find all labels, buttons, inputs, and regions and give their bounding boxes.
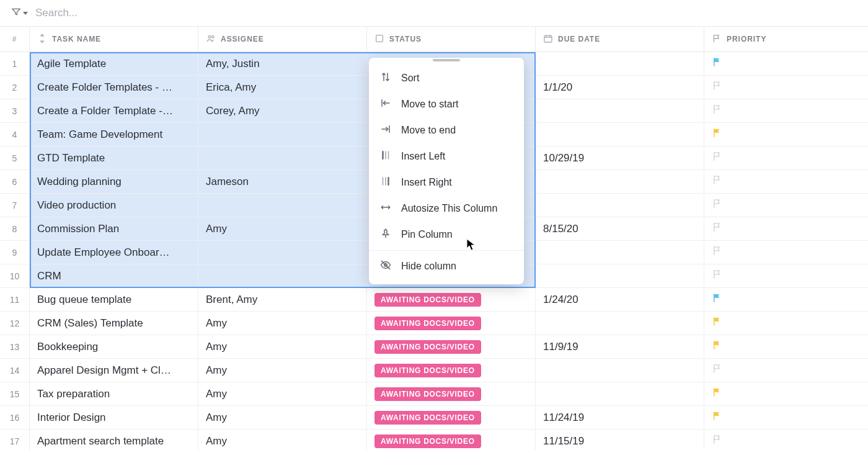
col-header-priority[interactable]: PRIORITY bbox=[704, 27, 868, 52]
priority-cell[interactable] bbox=[704, 170, 868, 193]
task-name-cell[interactable]: Create a Folder Template -… bbox=[30, 99, 198, 122]
due-date-cell[interactable]: 10/29/19 bbox=[536, 146, 704, 169]
priority-cell[interactable] bbox=[704, 99, 868, 122]
table-row[interactable]: 14Apparel Design Mgmt + Cl…AmyAWAITING D… bbox=[0, 359, 868, 382]
status-cell[interactable]: AWAITING DOCS/VIDEO bbox=[367, 430, 536, 450]
status-cell[interactable]: AWAITING DOCS/VIDEO bbox=[367, 312, 536, 335]
assignee-cell[interactable]: Amy bbox=[198, 406, 367, 429]
priority-cell[interactable] bbox=[704, 312, 868, 335]
due-date-cell[interactable]: 1/1/20 bbox=[536, 76, 704, 99]
assignee-cell[interactable] bbox=[198, 194, 367, 217]
assignee-cell[interactable]: Corey, Amy bbox=[198, 99, 367, 122]
priority-cell[interactable] bbox=[704, 288, 868, 311]
assignee-cell[interactable]: Amy bbox=[198, 430, 367, 450]
due-date-cell[interactable] bbox=[536, 123, 704, 146]
due-date-cell[interactable] bbox=[536, 194, 704, 217]
task-name-cell[interactable]: Update Employee Onboar… bbox=[30, 241, 198, 264]
status-badge[interactable]: AWAITING DOCS/VIDEO bbox=[374, 340, 481, 354]
task-name-cell[interactable]: Create Folder Templates - … bbox=[30, 76, 198, 99]
col-header-assignee[interactable]: ASSIGNEE bbox=[198, 27, 367, 52]
status-badge[interactable]: AWAITING DOCS/VIDEO bbox=[374, 317, 481, 330]
col-header-task[interactable]: TASK NAME bbox=[30, 27, 198, 52]
due-date-cell[interactable]: 11/24/19 bbox=[536, 406, 704, 429]
search-input[interactable] bbox=[35, 7, 857, 19]
priority-cell[interactable] bbox=[704, 76, 868, 99]
due-date-cell[interactable]: 1/24/20 bbox=[536, 288, 704, 311]
assignee-cell[interactable] bbox=[198, 264, 367, 287]
priority-cell[interactable] bbox=[704, 52, 868, 75]
status-cell[interactable]: AWAITING DOCS/VIDEO bbox=[367, 382, 536, 405]
priority-cell[interactable] bbox=[704, 406, 868, 429]
assignee-cell[interactable]: Amy bbox=[198, 359, 367, 382]
due-date-cell[interactable]: 8/15/20 bbox=[536, 217, 704, 240]
priority-cell[interactable] bbox=[704, 335, 868, 358]
due-date-cell[interactable]: 11/15/19 bbox=[536, 430, 704, 450]
priority-cell[interactable] bbox=[704, 194, 868, 217]
menu-item-pin[interactable]: Pin Column bbox=[369, 222, 524, 248]
priority-cell[interactable] bbox=[704, 382, 868, 405]
due-date-cell[interactable] bbox=[536, 264, 704, 287]
task-name-cell[interactable]: Team: Game Development bbox=[30, 123, 198, 146]
priority-cell[interactable] bbox=[704, 146, 868, 169]
due-date-cell[interactable] bbox=[536, 52, 704, 75]
table-row[interactable]: 11Bug queue templateBrent, AmyAWAITING D… bbox=[0, 288, 868, 312]
assignee-cell[interactable] bbox=[198, 241, 367, 264]
table-row[interactable]: 17Apartment search templateAmyAWAITING D… bbox=[0, 430, 868, 450]
menu-item-insert-left[interactable]: Insert Left bbox=[369, 143, 524, 169]
status-badge[interactable]: AWAITING DOCS/VIDEO bbox=[374, 364, 481, 377]
due-date-cell[interactable] bbox=[536, 312, 704, 335]
status-badge[interactable]: AWAITING DOCS/VIDEO bbox=[374, 387, 481, 401]
table-row[interactable]: 16Interior DesignAmyAWAITING DOCS/VIDEO1… bbox=[0, 406, 868, 430]
status-cell[interactable]: AWAITING DOCS/VIDEO bbox=[367, 359, 536, 382]
status-badge[interactable]: AWAITING DOCS/VIDEO bbox=[374, 434, 481, 448]
due-date-cell[interactable] bbox=[536, 382, 704, 405]
assignee-cell[interactable]: Amy bbox=[198, 217, 367, 240]
table-row[interactable]: 15Tax preparationAmyAWAITING DOCS/VIDEO bbox=[0, 382, 868, 406]
priority-cell[interactable] bbox=[704, 123, 868, 146]
due-date-cell[interactable] bbox=[536, 170, 704, 193]
status-cell[interactable]: AWAITING DOCS/VIDEO bbox=[367, 288, 536, 311]
assignee-cell[interactable]: Amy, Justin bbox=[198, 52, 367, 75]
assignee-cell[interactable]: Amy bbox=[198, 335, 367, 358]
assignee-cell[interactable]: Erica, Amy bbox=[198, 76, 367, 99]
status-cell[interactable]: AWAITING DOCS/VIDEO bbox=[367, 335, 536, 358]
task-name-cell[interactable]: CRM bbox=[30, 264, 198, 287]
task-name-cell[interactable]: Video production bbox=[30, 194, 198, 217]
due-date-cell[interactable]: 11/9/19 bbox=[536, 335, 704, 358]
priority-cell[interactable] bbox=[704, 241, 868, 264]
task-name-cell[interactable]: Bug queue template bbox=[30, 288, 198, 311]
assignee-cell[interactable] bbox=[198, 123, 367, 146]
due-date-cell[interactable] bbox=[536, 99, 704, 122]
col-header-due[interactable]: DUE DATE bbox=[536, 27, 704, 52]
assignee-cell[interactable]: Amy bbox=[198, 382, 367, 405]
filter-button[interactable] bbox=[11, 7, 28, 19]
col-header-status[interactable]: STATUS bbox=[367, 27, 536, 52]
task-name-cell[interactable]: Commission Plan bbox=[30, 217, 198, 240]
task-name-cell[interactable]: CRM (Sales) Template bbox=[30, 312, 198, 335]
table-row[interactable]: 12CRM (Sales) TemplateAmyAWAITING DOCS/V… bbox=[0, 312, 868, 335]
col-header-number[interactable]: # bbox=[0, 27, 30, 52]
drag-handle[interactable] bbox=[433, 59, 460, 61]
menu-item-move-start[interactable]: Move to start bbox=[369, 91, 524, 117]
task-name-cell[interactable]: Apparel Design Mgmt + Cl… bbox=[30, 359, 198, 382]
assignee-cell[interactable]: Brent, Amy bbox=[198, 288, 367, 311]
status-cell[interactable]: AWAITING DOCS/VIDEO bbox=[367, 406, 536, 429]
task-name-cell[interactable]: Interior Design bbox=[30, 406, 198, 429]
assignee-cell[interactable]: Jameson bbox=[198, 170, 367, 193]
status-badge[interactable]: AWAITING DOCS/VIDEO bbox=[374, 411, 481, 425]
menu-item-sort[interactable]: Sort bbox=[369, 65, 524, 91]
task-name-cell[interactable]: Apartment search template bbox=[30, 430, 198, 450]
assignee-cell[interactable] bbox=[198, 146, 367, 169]
task-name-cell[interactable]: Bookkeeping bbox=[30, 335, 198, 358]
assignee-cell[interactable]: Amy bbox=[198, 312, 367, 335]
priority-cell[interactable] bbox=[704, 264, 868, 287]
task-name-cell[interactable]: Wedding planning bbox=[30, 170, 198, 193]
menu-item-hide[interactable]: Hide column bbox=[369, 253, 524, 279]
task-name-cell[interactable]: Tax preparation bbox=[30, 382, 198, 405]
status-badge[interactable]: AWAITING DOCS/VIDEO bbox=[374, 293, 481, 307]
due-date-cell[interactable] bbox=[536, 241, 704, 264]
task-name-cell[interactable]: GTD Template bbox=[30, 146, 198, 169]
task-name-cell[interactable]: Agile Template bbox=[30, 52, 198, 75]
menu-item-move-end[interactable]: Move to end bbox=[369, 117, 524, 143]
due-date-cell[interactable] bbox=[536, 359, 704, 382]
